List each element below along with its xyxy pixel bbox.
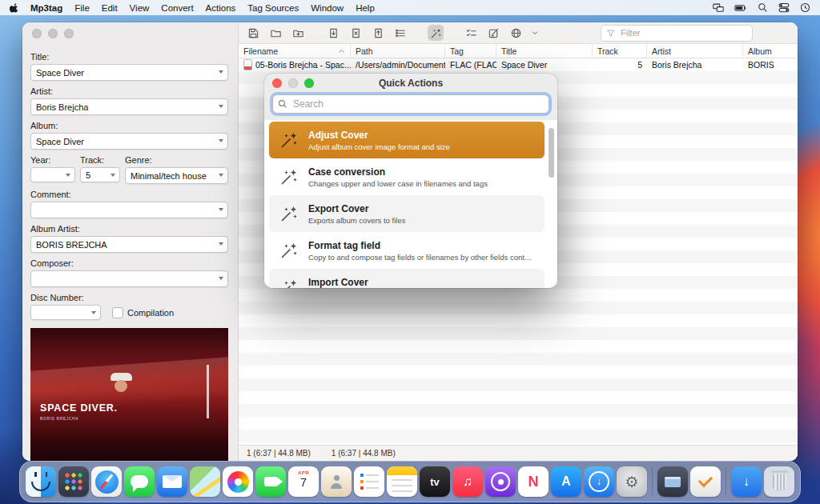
year-combo[interactable]	[30, 167, 75, 182]
save-tag-button[interactable]	[245, 25, 261, 41]
news-icon[interactable]: N	[518, 466, 549, 497]
menu-app-name[interactable]: Mp3tag	[30, 3, 62, 13]
menu-file[interactable]: File	[74, 3, 90, 13]
cell-path: /Users/admin/Document...	[351, 60, 445, 70]
action-import-cover[interactable]: Import Cover Imports album covers from f…	[269, 269, 545, 288]
minimize-button[interactable]	[48, 29, 58, 38]
menu-window[interactable]: Window	[311, 3, 344, 13]
calendar-icon[interactable]: APR 7	[288, 466, 319, 497]
launchpad-icon[interactable]	[58, 466, 89, 497]
column-path[interactable]: Path	[351, 44, 445, 58]
compilation-checkbox[interactable]	[112, 307, 123, 318]
column-tag[interactable]: Tag	[445, 44, 496, 58]
change-directory-button[interactable]	[267, 25, 283, 41]
undo-tag-button[interactable]	[370, 25, 386, 41]
quick-actions-button[interactable]	[428, 25, 444, 41]
album-artist-combo[interactable]: BORIS BREJCHA	[30, 236, 228, 253]
control-center-icon[interactable]	[778, 2, 790, 13]
checklist-button[interactable]	[463, 25, 479, 41]
composer-combo[interactable]	[30, 270, 228, 287]
menu-actions[interactable]: Actions	[206, 3, 236, 13]
table-row[interactable]: 05-Boris Brejcha - Spac... /Users/admin/…	[239, 58, 798, 71]
screen-mirroring-icon[interactable]	[713, 2, 724, 13]
podcasts-icon[interactable]	[485, 466, 516, 497]
apple-menu-icon[interactable]	[10, 2, 19, 13]
recent-app-icon[interactable]	[657, 466, 688, 497]
column-track[interactable]: Track	[593, 44, 647, 58]
album-label: Album:	[30, 121, 228, 130]
filter-field[interactable]	[601, 25, 753, 42]
menu-convert[interactable]: Convert	[161, 3, 193, 13]
chevron-down-icon	[219, 139, 223, 142]
read-tag-button[interactable]	[325, 25, 341, 41]
reminders-icon[interactable]	[354, 466, 384, 497]
maps-icon[interactable]	[190, 466, 220, 497]
playlist-button[interactable]	[392, 25, 408, 41]
search-field[interactable]	[272, 94, 549, 114]
compose-button[interactable]	[485, 25, 501, 41]
mail-icon[interactable]	[157, 466, 187, 497]
facetime-icon[interactable]	[255, 466, 286, 497]
chevron-down-icon	[66, 174, 70, 177]
tag-panel: Title: Space Diver Artist: Boris Brejcha…	[22, 22, 239, 461]
column-label: Tag	[450, 46, 464, 56]
action-adjust-cover[interactable]: Adjust Cover Adjust album cover image fo…	[269, 122, 545, 158]
filter-input[interactable]	[619, 27, 747, 38]
web-sources-dropdown-icon[interactable]	[530, 25, 540, 41]
mp3tag-dock-icon[interactable]	[690, 466, 721, 497]
photos-icon[interactable]	[223, 466, 253, 497]
search-input[interactable]	[291, 98, 544, 110]
menu-view[interactable]: View	[130, 3, 150, 13]
title-combo[interactable]: Space Diver	[30, 64, 228, 81]
cell-track: 5	[593, 60, 647, 70]
music-icon[interactable]: ♫	[452, 466, 483, 497]
artist-combo[interactable]: Boris Brejcha	[30, 98, 228, 115]
notes-icon[interactable]	[387, 466, 417, 497]
safari-icon[interactable]	[91, 466, 122, 497]
add-directory-button[interactable]	[290, 25, 306, 41]
album-combo[interactable]: Space Diver	[30, 133, 228, 150]
contacts-icon[interactable]	[321, 466, 352, 497]
filter-icon	[606, 29, 615, 38]
app-store-icon[interactable]: A	[551, 466, 581, 497]
menu-edit[interactable]: Edit	[102, 3, 118, 13]
remove-tag-button[interactable]	[348, 25, 364, 41]
finder-icon[interactable]	[26, 466, 56, 497]
magic-wand-icon	[279, 130, 299, 150]
genre-combo[interactable]: Minimal/tech house	[125, 167, 228, 184]
disc-number-combo[interactable]	[30, 305, 101, 320]
clock-icon[interactable]	[800, 2, 810, 13]
downloads-icon[interactable]: ↓	[731, 466, 762, 497]
search-icon[interactable]	[758, 2, 768, 13]
action-export-cover[interactable]: Export Cover Exports album covers to fil…	[269, 195, 545, 232]
status-total: 1 (6:37 | 44.8 MB)	[332, 449, 396, 458]
system-preferences-icon[interactable]: ⚙	[617, 466, 647, 497]
track-combo[interactable]: 5	[80, 167, 120, 182]
action-name: Export Cover	[308, 203, 405, 214]
close-button[interactable]	[32, 29, 42, 38]
menu-tag-sources[interactable]: Tag Sources	[247, 3, 299, 13]
zoom-button[interactable]	[304, 78, 314, 88]
artist-label: Artist:	[30, 86, 228, 96]
menu-help[interactable]: Help	[356, 3, 375, 13]
action-case-conversion[interactable]: Case conversion Changes upper and lower …	[269, 158, 545, 195]
scrollbar-thumb[interactable]	[549, 128, 554, 178]
column-album[interactable]: Album	[743, 44, 798, 58]
desktop: Mp3tag File Edit View Convert Actions Ta…	[0, 0, 820, 504]
zoom-button[interactable]	[64, 29, 74, 38]
album-cover[interactable]: SPACE DIVER. BORIS BREJCHA	[30, 328, 228, 461]
column-label: Album	[748, 46, 772, 56]
action-format-tag-field[interactable]: Format tag field Copy to and compose tag…	[269, 232, 545, 269]
installer-icon[interactable]: ↓	[584, 466, 614, 497]
tv-icon[interactable]: tv	[420, 466, 450, 497]
web-sources-button[interactable]	[508, 25, 524, 41]
column-filename[interactable]: Filename	[239, 44, 351, 58]
messages-icon[interactable]	[124, 466, 155, 497]
column-artist[interactable]: Artist	[647, 44, 743, 58]
column-title[interactable]: Title	[496, 44, 593, 58]
comment-combo[interactable]	[30, 202, 228, 218]
battery-icon[interactable]	[734, 3, 747, 13]
close-button[interactable]	[272, 78, 282, 88]
download-arrow-glyph: ↓	[743, 474, 750, 489]
trash-icon[interactable]	[764, 466, 794, 497]
